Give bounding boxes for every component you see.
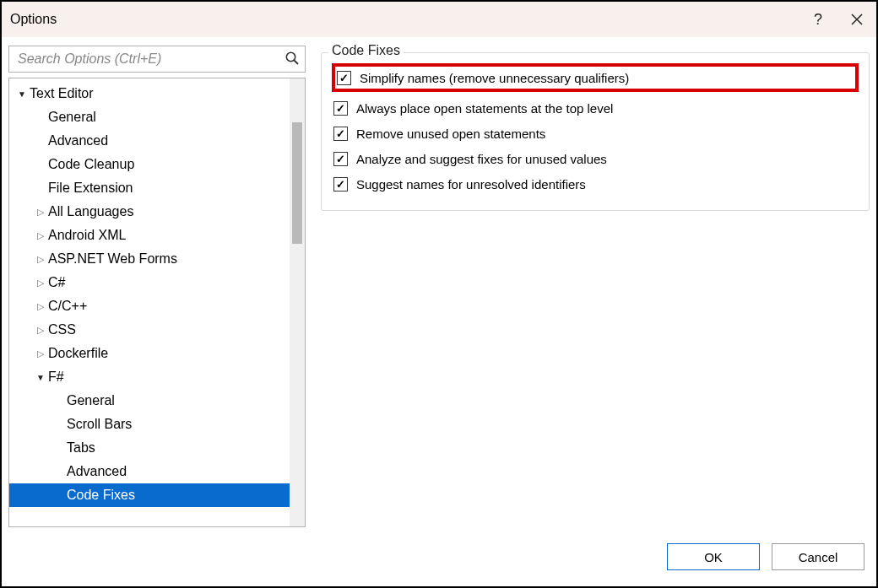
tree-item-label: File Extension	[48, 181, 133, 196]
chevron-right-icon[interactable]	[35, 229, 46, 241]
tree-item-label: Scroll Bars	[67, 417, 132, 432]
scrollbar[interactable]	[290, 78, 305, 526]
option-row[interactable]: Suggest names for unresolved identifiers	[333, 171, 857, 197]
svg-point-0	[286, 52, 295, 61]
search-box[interactable]	[8, 46, 306, 73]
titlebar: Options ?	[2, 2, 876, 37]
checkbox[interactable]	[333, 127, 348, 141]
tree-item[interactable]: C/C++	[9, 294, 290, 318]
option-label: Simplify names (remove unnecessary quali…	[360, 71, 629, 85]
tree-item[interactable]: Code Cleanup	[9, 153, 290, 176]
tree-item[interactable]: Code Fixes	[9, 483, 290, 507]
tree-item-label: General	[67, 393, 115, 408]
tree-item[interactable]: C#	[9, 271, 290, 294]
group-legend: Code Fixes	[328, 43, 404, 58]
tree-item-label: F#	[48, 370, 64, 385]
tree-item[interactable]: General	[9, 389, 290, 413]
option-row[interactable]: Remove unused open statements	[333, 121, 857, 146]
checkbox[interactable]	[337, 71, 351, 85]
scrollbar-thumb[interactable]	[292, 122, 302, 244]
option-label: Suggest names for unresolved identifiers	[356, 177, 586, 192]
tree-item-label: Text Editor	[30, 86, 94, 101]
chevron-right-icon[interactable]	[35, 253, 46, 265]
tree-item[interactable]: F#	[9, 365, 290, 389]
tree-item-label: Advanced	[48, 133, 108, 148]
close-icon	[851, 13, 863, 25]
tree-item[interactable]: All Languages	[9, 200, 290, 224]
tree-item-label: Android XML	[48, 228, 127, 243]
tree-item[interactable]: Advanced	[9, 460, 290, 483]
right-pane: Code Fixes Simplify names (remove unnece…	[321, 46, 870, 527]
content-area: Text EditorGeneralAdvancedCode CleanupFi…	[2, 37, 876, 527]
checkbox[interactable]	[333, 101, 348, 116]
chevron-right-icon[interactable]	[35, 300, 46, 312]
chevron-right-icon[interactable]	[35, 206, 46, 218]
tree-item[interactable]: Android XML	[9, 224, 290, 247]
option-label: Remove unused open statements	[356, 127, 545, 141]
tree-item[interactable]: Text Editor	[9, 82, 290, 105]
window-title: Options	[10, 12, 57, 27]
tree-item[interactable]: Dockerfile	[9, 342, 290, 365]
tree-container: Text EditorGeneralAdvancedCode CleanupFi…	[8, 78, 306, 527]
tree-item-label: ASP.NET Web Forms	[48, 251, 177, 267]
left-pane: Text EditorGeneralAdvancedCode CleanupFi…	[8, 46, 306, 527]
code-fixes-group: Code Fixes Simplify names (remove unnece…	[321, 52, 870, 211]
cancel-button[interactable]: Cancel	[772, 543, 864, 570]
help-button[interactable]: ?	[799, 2, 837, 37]
search-input[interactable]	[16, 51, 285, 67]
chevron-down-icon[interactable]	[16, 88, 28, 100]
ok-button[interactable]: OK	[667, 543, 760, 570]
tree-item-label: All Languages	[48, 204, 133, 219]
chevron-right-icon[interactable]	[35, 348, 46, 359]
tree-item[interactable]: Tabs	[9, 436, 290, 460]
tree-item[interactable]: Scroll Bars	[9, 413, 290, 436]
window-controls: ?	[799, 2, 876, 37]
option-row[interactable]: Simplify names (remove unnecessary quali…	[333, 65, 857, 90]
checkbox[interactable]	[333, 152, 348, 166]
tree-item[interactable]: CSS	[9, 318, 290, 342]
tree-item-label: Dockerfile	[48, 346, 108, 361]
checkbox[interactable]	[333, 177, 348, 192]
option-label: Always place open statements at the top …	[356, 101, 613, 116]
tree-item-label: General	[48, 110, 96, 125]
tree-item-label: CSS	[48, 322, 76, 337]
tree-item-label: Code Cleanup	[48, 157, 134, 172]
tree-item-label: C/C++	[48, 299, 87, 314]
tree-item[interactable]: General	[9, 105, 290, 129]
chevron-right-icon[interactable]	[35, 277, 46, 289]
chevron-down-icon[interactable]	[35, 371, 46, 383]
tree-item-label: Advanced	[67, 464, 127, 479]
close-button[interactable]	[837, 2, 876, 37]
tree-item-label: C#	[48, 275, 65, 290]
tree-item[interactable]: File Extension	[9, 176, 290, 200]
options-tree[interactable]: Text EditorGeneralAdvancedCode CleanupFi…	[9, 78, 290, 526]
option-label: Analyze and suggest fixes for unused val…	[356, 152, 607, 166]
chevron-right-icon[interactable]	[35, 324, 46, 336]
options-list: Simplify names (remove unnecessary quali…	[333, 65, 857, 197]
tree-item-label: Code Fixes	[67, 488, 135, 503]
search-icon[interactable]	[285, 51, 300, 68]
tree-item[interactable]: ASP.NET Web Forms	[9, 247, 290, 271]
option-row[interactable]: Always place open statements at the top …	[333, 95, 857, 121]
tree-item[interactable]: Advanced	[9, 129, 290, 153]
tree-item-label: Tabs	[67, 440, 95, 456]
option-row[interactable]: Analyze and suggest fixes for unused val…	[333, 146, 857, 171]
dialog-footer: OK Cancel	[2, 527, 876, 586]
